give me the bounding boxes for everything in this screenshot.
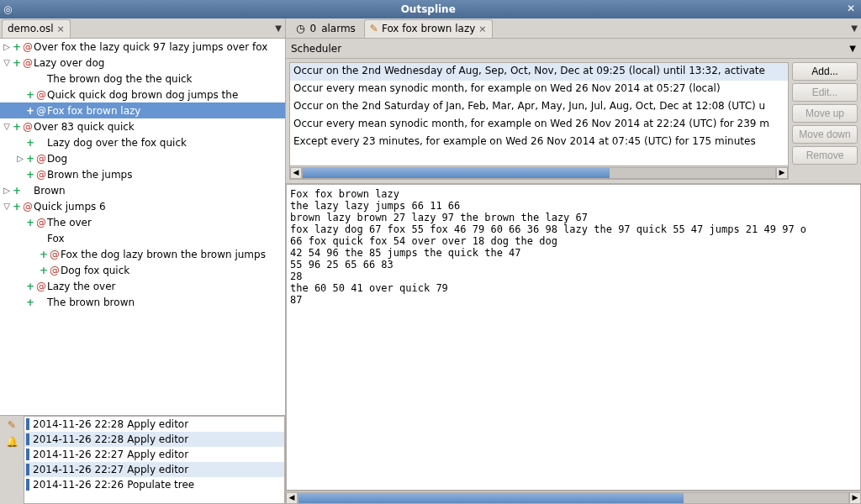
editor-scrollbar[interactable]: ◀ ▶: [286, 491, 861, 504]
tree-item[interactable]: +@Brown the jumps: [0, 166, 285, 182]
tree-item[interactable]: ▽+@Over 83 quick quick: [0, 118, 285, 134]
history-action: Apply editor: [127, 449, 188, 460]
tree-item[interactable]: Fox: [0, 230, 285, 246]
history-marker: [26, 418, 29, 430]
close-icon[interactable]: ×: [57, 24, 65, 34]
history-row[interactable]: 2014-11-26 22:26Populate tree: [24, 477, 284, 492]
plus-icon: +: [39, 249, 49, 260]
history-action: Populate tree: [127, 479, 194, 491]
tree-item-label: Quick quick dog brown dog jumps the: [47, 89, 238, 101]
scheduler-title: Scheduler: [291, 43, 341, 55]
add-button[interactable]: Add...: [792, 62, 858, 81]
tree-item[interactable]: +@Fox fox brown lazy: [0, 102, 285, 118]
rule-item[interactable]: Occur on the 2nd Saturday of Jan, Feb, M…: [290, 98, 788, 116]
tree-item-label: The brown dog the the quick: [47, 73, 193, 85]
tree-toggle-icon[interactable]: ▷: [2, 186, 12, 195]
plus-icon: +: [12, 41, 22, 53]
tree-item[interactable]: +The brown brown: [0, 294, 285, 310]
tree-toggle-icon[interactable]: ▽: [2, 58, 12, 67]
rule-item[interactable]: Occur on the 2nd Wednesday of Aug, Sep, …: [290, 63, 788, 81]
scroll-left-icon[interactable]: ◀: [286, 492, 298, 504]
history-row[interactable]: 2014-11-26 22:27Apply editor: [24, 462, 284, 477]
history-marker: [26, 433, 29, 445]
tree-item[interactable]: +Lazy dog over the fox quick: [0, 134, 285, 150]
plus-icon: +: [25, 105, 35, 117]
tree-item[interactable]: ▽+@Quick jumps 6: [0, 198, 285, 214]
item-text-editor[interactable]: Fox fox brown lazy the lazy lazy jumps 6…: [286, 184, 861, 491]
tree-item-label: Dog fox quick: [61, 265, 129, 276]
tree-item[interactable]: +@The over: [0, 214, 285, 230]
move-down-button[interactable]: Move down: [792, 125, 858, 144]
plus-icon: +: [25, 281, 35, 292]
history-time: 2014-11-26 22:26: [33, 479, 124, 491]
tree-item[interactable]: ▷+@Over fox the lazy quick 97 lazy jumps…: [0, 39, 285, 55]
chevron-down-icon[interactable]: ▼: [851, 24, 858, 33]
tree-toggle-icon[interactable]: ▽: [2, 122, 12, 131]
history-marker: [26, 464, 29, 475]
tree-item-label: Dog: [47, 153, 67, 165]
tree-item[interactable]: +@Dog fox quick: [0, 262, 285, 278]
history-time: 2014-11-26 22:27: [33, 464, 124, 475]
schedule-icon: @: [49, 249, 61, 260]
rule-item[interactable]: Occur every mean synodic month, for exam…: [290, 81, 788, 98]
history-panel: ✎ 🔔 2014-11-26 22:28Apply editor2014-11-…: [0, 415, 285, 504]
tab-label: demo.osl: [8, 23, 54, 34]
schedule-icon: @: [35, 89, 47, 101]
tree-item[interactable]: ▷+Brown: [0, 182, 285, 198]
rules-list[interactable]: Occur on the 2nd Wednesday of Aug, Sep, …: [289, 62, 789, 180]
close-icon[interactable]: ✕: [844, 3, 858, 16]
history-time: 2014-11-26 22:28: [33, 418, 124, 430]
history-list[interactable]: 2014-11-26 22:28Apply editor2014-11-26 2…: [24, 416, 285, 504]
tab-item-editor[interactable]: ✎ Fox fox brown lazy ×: [364, 19, 493, 38]
remove-button[interactable]: Remove: [792, 146, 858, 165]
tree-toggle-icon[interactable]: ▷: [15, 154, 25, 163]
scroll-right-icon[interactable]: ▶: [849, 492, 861, 504]
chevron-down-icon[interactable]: ▼: [849, 44, 856, 53]
tree-item-label: The brown brown: [47, 297, 135, 308]
tree-toggle-icon[interactable]: ▷: [2, 42, 12, 51]
tab-label: Fox fox brown lazy: [382, 23, 475, 34]
rule-item[interactable]: Occur every mean synodic month, for exam…: [290, 116, 788, 134]
window-title: Outspline: [12, 3, 844, 15]
schedule-icon: @: [35, 217, 47, 228]
chevron-down-icon[interactable]: ▼: [275, 24, 282, 33]
schedule-icon: @: [49, 265, 61, 276]
tree-item[interactable]: +@Fox the dog lazy brown the brown jumps: [0, 246, 285, 262]
bell-icon[interactable]: 🔔: [6, 436, 18, 448]
outline-tree[interactable]: ▷+@Over fox the lazy quick 97 lazy jumps…: [0, 39, 285, 415]
tree-item-label: Quick jumps 6: [34, 201, 106, 213]
tree-item[interactable]: ▷+@Dog: [0, 150, 285, 166]
tree-item-label: Lazy dog over the fox quick: [47, 137, 187, 149]
rules-scrollbar[interactable]: ◀ ▶: [290, 165, 788, 179]
tree-item-label: Lazy over dog: [34, 57, 104, 69]
alarms-indicator[interactable]: ◷ 0 alarms: [288, 23, 364, 34]
tab-demo-osl[interactable]: demo.osl ×: [2, 19, 71, 38]
tree-item[interactable]: The brown dog the the quick: [0, 71, 285, 87]
tree-toggle-icon[interactable]: ▽: [2, 202, 12, 211]
plus-icon: +: [25, 297, 35, 308]
edit-icon[interactable]: ✎: [8, 419, 16, 431]
scheduler-header[interactable]: Scheduler ▼: [286, 39, 861, 59]
schedule-icon: @: [22, 121, 34, 133]
history-row[interactable]: 2014-11-26 22:27Apply editor: [24, 447, 284, 462]
tree-item-label: Brown: [34, 185, 66, 197]
app-icon: ◎: [3, 3, 12, 15]
alarm-count: 0: [309, 23, 316, 34]
edit-button[interactable]: Edit...: [792, 83, 858, 102]
rule-item[interactable]: Except every 23 minutes, for example on …: [290, 134, 788, 151]
move-up-button[interactable]: Move up: [792, 104, 858, 123]
scroll-right-icon[interactable]: ▶: [776, 167, 788, 179]
tree-item[interactable]: +@Quick quick dog brown dog jumps the: [0, 87, 285, 102]
alarm-label: alarms: [321, 23, 356, 34]
tree-item[interactable]: ▽+@Lazy over dog: [0, 55, 285, 71]
history-row[interactable]: 2014-11-26 22:28Apply editor: [24, 432, 284, 447]
history-row[interactable]: 2014-11-26 22:28Apply editor: [24, 417, 284, 432]
tree-item-label: Lazy the over: [47, 281, 116, 292]
plus-icon: +: [12, 185, 22, 197]
plus-icon: +: [25, 169, 35, 181]
close-icon[interactable]: ×: [478, 24, 486, 34]
scroll-left-icon[interactable]: ◀: [290, 167, 302, 179]
history-time: 2014-11-26 22:27: [33, 449, 124, 460]
schedule-icon: @: [22, 201, 34, 213]
tree-item[interactable]: +@Lazy the over: [0, 278, 285, 294]
